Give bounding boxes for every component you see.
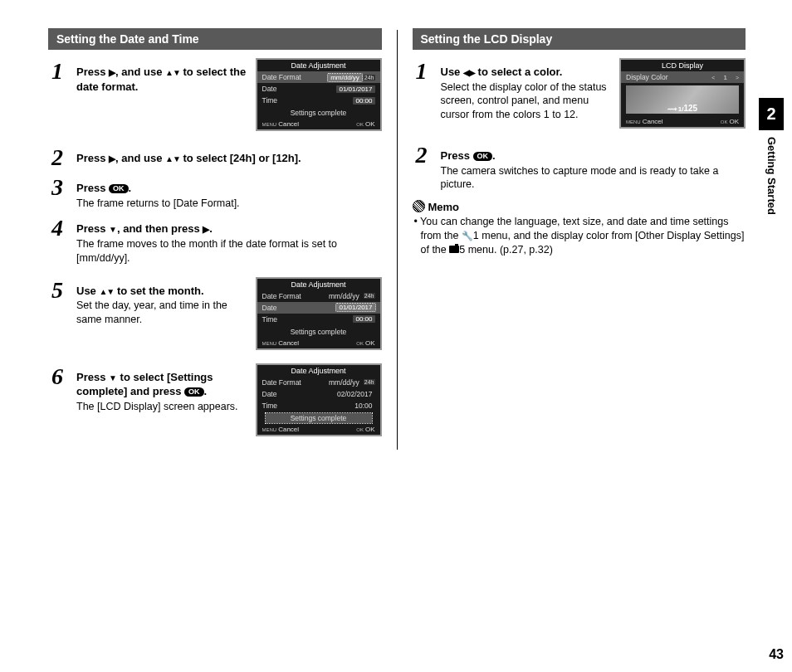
step-title: Use to set the month. <box>76 284 247 299</box>
right-arrow-icon <box>109 66 115 78</box>
step-number: 6 <box>51 363 76 388</box>
chapter-tab: 2 Getting Started <box>759 98 784 215</box>
chapter-label: Getting Started <box>765 137 778 215</box>
step-description: The [LCD Display] screen appears. <box>76 400 247 414</box>
ok-button-icon: OK <box>184 387 204 397</box>
step-title: Press , and use to select [24h] or [12h]… <box>76 151 382 166</box>
up-down-arrow-icon <box>165 152 180 164</box>
step-number: 2 <box>51 144 76 169</box>
step-title: Press , and use to select the date forma… <box>76 65 247 94</box>
chapter-number: 2 <box>759 98 784 130</box>
up-down-arrow-icon <box>99 285 114 297</box>
memo-body: • You can change the language, text size… <box>413 215 746 257</box>
step-number: 1 <box>416 58 441 83</box>
section-heading-lcd-display: Setting the LCD Display <box>413 28 746 50</box>
camera-icon <box>449 246 459 253</box>
step-description: Select the display color of the status s… <box>441 80 612 123</box>
down-arrow-icon <box>109 371 117 383</box>
column-divider <box>397 30 398 450</box>
step-title: Press to select [Settings complete] and … <box>76 370 247 399</box>
page-number: 43 <box>769 647 784 662</box>
step-title: Press OK. <box>76 181 382 196</box>
step-title: Press OK. <box>441 149 746 163</box>
up-down-arrow-icon <box>165 66 180 78</box>
ok-button-icon: OK <box>109 184 129 193</box>
down-arrow-icon <box>109 222 117 235</box>
step-description: Set the day, year, and time in the same … <box>76 299 247 327</box>
step-title: Press , and then press . <box>76 222 382 236</box>
step-title: Use to select a color. <box>441 65 612 80</box>
left-right-arrow-icon <box>463 66 475 78</box>
lcd-screenshot-display-color: LCD Display Display Color<1> ⟿1/125 MENU… <box>619 58 746 129</box>
step-number: 3 <box>51 174 76 199</box>
lcd-screenshot-date-adjustment-2: Date Adjustment Date Formatmm/dd/yy24h D… <box>256 277 382 350</box>
section-heading-date-time: Setting the Date and Time <box>48 28 382 50</box>
memo-heading: Memo <box>413 200 746 213</box>
step-description: The frame moves to the month if the date… <box>76 237 382 265</box>
ok-button-icon: OK <box>473 152 493 161</box>
step-number: 4 <box>51 215 76 240</box>
step-number: 5 <box>51 277 76 302</box>
step-description: The frame returns to [Date Format]. <box>76 197 382 211</box>
right-arrow-icon <box>109 152 115 164</box>
lcd-screenshot-date-adjustment-1: Date Adjustment Date Formatmm/dd/yy24h D… <box>256 58 382 131</box>
wrench-icon: 🔧 <box>462 231 473 241</box>
step-number: 2 <box>416 142 441 167</box>
lcd-screenshot-date-adjustment-3: Date Adjustment Date Formatmm/dd/yy24h D… <box>256 363 382 436</box>
step-number: 1 <box>51 58 76 83</box>
step-description: The camera switches to capture mode and … <box>441 164 746 192</box>
